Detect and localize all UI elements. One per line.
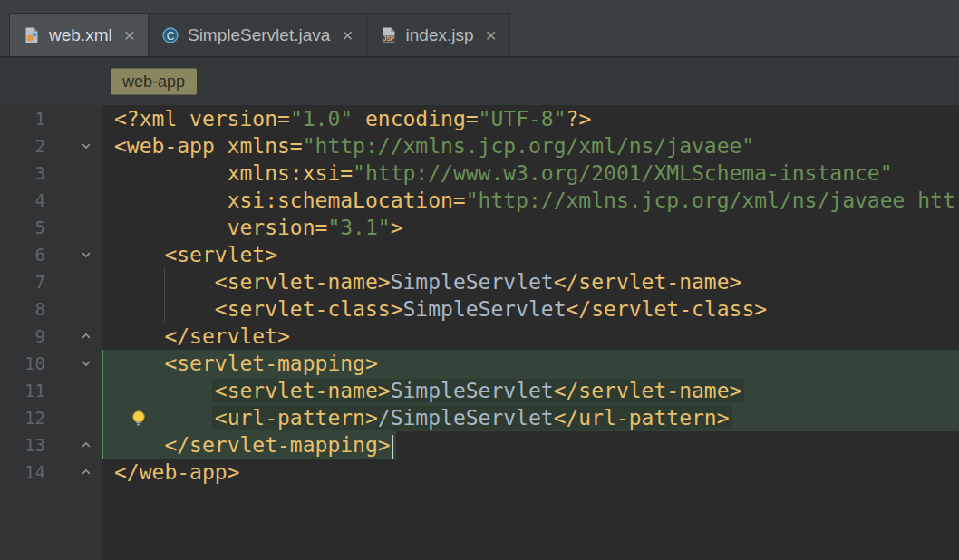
code-token: /SimpleServlet	[378, 406, 554, 430]
gutter-row: 12	[0, 404, 102, 431]
gutter-row: 3	[0, 159, 102, 187]
line-number: 14	[0, 462, 45, 482]
code-line-10[interactable]: <servlet-mapping>	[102, 350, 959, 377]
gutter-row: 14	[0, 459, 102, 486]
intention-bulb-icon[interactable]	[129, 408, 149, 428]
svg-text:C: C	[167, 29, 175, 42]
code-line-3[interactable]: xmlns:xsi="http://www.w3.org/2001/XMLSch…	[102, 159, 959, 187]
code-line-12[interactable]: <url-pattern>/SimpleServlet</url-pattern…	[102, 404, 959, 431]
code-token: version=	[228, 216, 328, 239]
code-token: "3.1"	[327, 216, 390, 239]
code-token: <servlet>	[164, 243, 277, 266]
code-token: >	[391, 216, 403, 239]
code-token: <servlet-name>	[215, 379, 391, 402]
editor-tab-bar: web.xml × C SimpleServlet.java × JSP	[0, 0, 959, 57]
close-icon[interactable]: ×	[342, 25, 353, 44]
line-number: 9	[0, 326, 45, 346]
line-number: 3	[0, 163, 45, 183]
code-line-5[interactable]: version="3.1">	[102, 214, 959, 241]
close-icon[interactable]: ×	[486, 25, 497, 44]
editor-gutter: 1234567891011121314	[0, 105, 102, 560]
gutter-row: 2	[0, 132, 102, 159]
fold-marker-end[interactable]	[76, 466, 96, 478]
gutter-row: 6	[0, 241, 102, 268]
tab-web-xml[interactable]: web.xml ×	[9, 13, 149, 56]
gutter-row: 7	[0, 268, 102, 295]
code-token: </servlet>	[164, 324, 289, 348]
code-line-7[interactable]: <servlet-name>SimpleServlet</servlet-nam…	[102, 268, 959, 295]
code-line-8[interactable]: <servlet-class>SimpleServlet</servlet-cl…	[102, 295, 959, 323]
fold-marker-start[interactable]	[76, 248, 96, 261]
code-token: <web-app xmlns=	[114, 134, 303, 158]
code-token: SimpleServlet	[391, 379, 554, 402]
code-line-1[interactable]: <?xml version="1.0" encoding="UTF-8"?>	[102, 105, 959, 132]
gutter-row: 11	[0, 377, 102, 404]
java-class-icon: C	[161, 26, 179, 44]
code-token: <servlet-mapping>	[164, 352, 377, 375]
code-token: encoding=	[353, 107, 478, 130]
tab-label: web.xml	[49, 25, 112, 45]
gutter-lines: 1234567891011121314	[0, 105, 102, 486]
code-token: </servlet-class>	[567, 297, 768, 321]
code-token: <servlet-class>	[215, 297, 403, 321]
code-token: </web-app>	[114, 460, 239, 484]
gutter-row: 4	[0, 187, 102, 214]
gutter-row: 10	[0, 350, 102, 377]
code-line-9[interactable]: </servlet>	[102, 323, 959, 350]
code-token: </servlet-mapping>	[164, 433, 390, 457]
line-number: 2	[0, 136, 45, 156]
line-number: 4	[0, 190, 45, 210]
code-token: </url-pattern>	[554, 406, 730, 430]
code-token: "1.0"	[290, 107, 353, 130]
line-number: 5	[0, 217, 45, 237]
fold-marker-end[interactable]	[76, 439, 96, 451]
code-line-13[interactable]: </servlet-mapping>	[102, 431, 959, 459]
code-token: SimpleServlet	[403, 297, 567, 321]
code-token: "http://xmlns.jcp.org/xml/ns/javaee htt	[466, 188, 955, 212]
ide-editor-window: web.xml × C SimpleServlet.java × JSP	[0, 0, 959, 560]
gutter-row: 8	[0, 295, 102, 323]
fold-marker-end[interactable]	[76, 330, 96, 343]
code-line-2[interactable]: <web-app xmlns="http://xmlns.jcp.org/xml…	[102, 132, 959, 159]
fold-marker-start[interactable]	[76, 140, 96, 152]
tab-index-jsp[interactable]: JSP index.jsp ×	[367, 13, 510, 56]
code-token: "http://www.w3.org/2001/XMLSchema-instan…	[353, 161, 892, 185]
code-token: xmlns:xsi=	[228, 161, 353, 185]
line-number: 13	[0, 435, 45, 455]
code-area[interactable]: <?xml version="1.0" encoding="UTF-8"?><w…	[102, 105, 959, 560]
line-number: 10	[0, 353, 45, 373]
code-line-4[interactable]: xsi:schemaLocation="http://xmlns.jcp.org…	[102, 187, 959, 214]
line-number: 7	[0, 272, 45, 292]
gutter-row: 5	[0, 214, 102, 241]
code-line-6[interactable]: <servlet>	[102, 241, 959, 268]
code-lines: <?xml version="1.0" encoding="UTF-8"?><w…	[102, 105, 959, 486]
code-token: "http://xmlns.jcp.org/xml/ns/javaee"	[303, 134, 755, 158]
gutter-row: 1	[0, 105, 102, 132]
line-number: 6	[0, 245, 45, 265]
jsp-file-icon: JSP	[380, 26, 398, 44]
xml-descriptor-file-icon	[23, 26, 41, 44]
code-line-14[interactable]: </web-app>	[102, 459, 959, 486]
code-line-11[interactable]: <servlet-name>SimpleServlet</servlet-nam…	[102, 377, 959, 404]
tab-simpleservlet-java[interactable]: C SimpleServlet.java ×	[149, 13, 367, 56]
code-token: "UTF-8"	[479, 107, 567, 130]
code-token: ?>	[567, 107, 592, 130]
svg-text:JSP: JSP	[383, 35, 394, 42]
breadcrumb-bar: web-app	[0, 58, 959, 105]
close-icon[interactable]: ×	[124, 25, 135, 44]
line-number: 1	[0, 109, 45, 129]
code-token: <servlet-name>	[215, 270, 391, 294]
text-caret	[392, 435, 393, 459]
gutter-row: 9	[0, 323, 102, 350]
line-number: 12	[0, 408, 45, 428]
line-number: 8	[0, 299, 45, 319]
code-token: </servlet-name>	[554, 270, 742, 294]
gutter-row: 13	[0, 431, 102, 459]
tab-label: SimpleServlet.java	[188, 25, 330, 45]
code-token: </servlet-name>	[554, 379, 742, 402]
fold-marker-start[interactable]	[76, 357, 96, 370]
code-token: xsi:schemaLocation=	[228, 188, 466, 212]
line-number: 11	[0, 381, 45, 401]
code-token: SimpleServlet	[391, 270, 554, 294]
breadcrumb-item-web-app[interactable]: web-app	[111, 69, 197, 95]
